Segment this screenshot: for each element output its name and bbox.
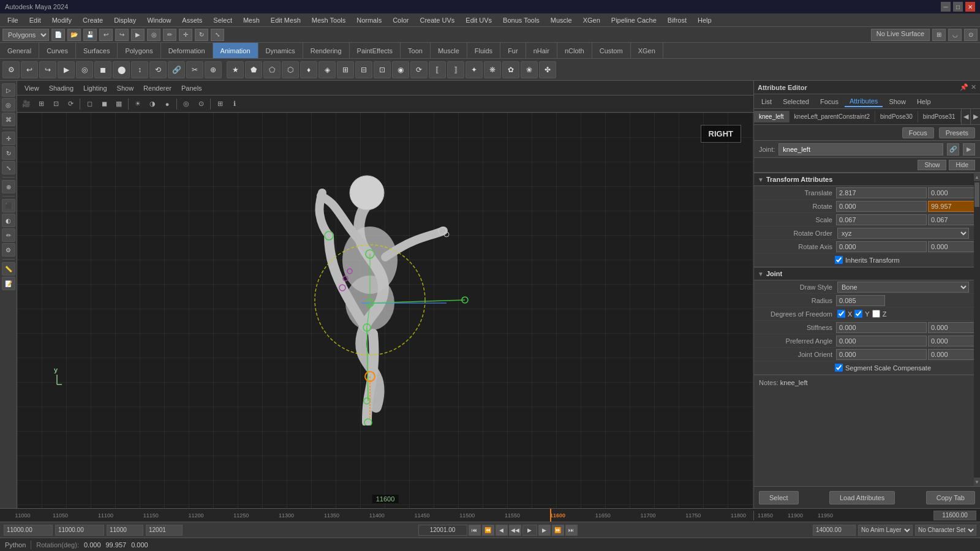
menu-create[interactable]: Create [78, 15, 108, 25]
viewport-canvas[interactable]: RIGHT y [17, 113, 753, 508]
range-end-input[interactable] [421, 527, 464, 533]
stiffness-y[interactable] [928, 322, 974, 333]
dof-y-check[interactable] [854, 310, 862, 318]
vp-show-menu[interactable]: Show [113, 83, 138, 93]
shelf-btn-11[interactable]: ✂ [186, 61, 203, 78]
vp-frame-all[interactable]: ⊡ [49, 97, 62, 111]
shelf-btn-6[interactable]: ◼ [94, 61, 111, 78]
snap-grid[interactable]: ⊞ [932, 29, 946, 41]
shelf-btn-16[interactable]: ⬡ [282, 61, 299, 78]
menu-color[interactable]: Color [388, 15, 413, 25]
move-tool[interactable]: ✛ [2, 132, 15, 145]
scale-btn[interactable]: ⤡ [211, 29, 224, 41]
shelf-btn-7[interactable]: ⬤ [113, 61, 130, 78]
inherits-transform-check[interactable] [835, 256, 843, 264]
shelf-btn-2[interactable]: ↩ [21, 61, 38, 78]
show-manip[interactable]: ⚙ [2, 243, 15, 257]
segment-scale-check[interactable] [835, 364, 843, 372]
shelf-btn-17[interactable]: ♦ [300, 61, 317, 78]
menu-modify[interactable]: Modify [47, 15, 77, 25]
scale-tool[interactable]: ⤡ [2, 161, 15, 174]
tab-dynamics[interactable]: Dynamics [258, 43, 303, 58]
scroll-thumb[interactable] [974, 182, 979, 207]
rotate-order-select[interactable]: xyz yzx zxy [837, 228, 969, 239]
viewport[interactable]: View Shading Lighting Show Renderer Pane… [17, 81, 753, 508]
node-tab-bindpose30[interactable]: bindPose30 [875, 111, 918, 122]
shelf-btn-22[interactable]: ◉ [392, 61, 409, 78]
menu-bonus-tools[interactable]: Bonus Tools [498, 15, 545, 25]
vp-xray[interactable]: ◎ [179, 97, 193, 111]
menu-edit[interactable]: Edit [24, 15, 46, 25]
shelf-btn-30[interactable]: ✤ [539, 61, 556, 78]
vp-view-menu[interactable]: View [21, 83, 43, 93]
shelf-btn-28[interactable]: ✿ [502, 61, 519, 78]
menu-edit-uvs[interactable]: Edit UVs [461, 15, 497, 25]
radius-input[interactable] [836, 295, 885, 306]
shelf-btn-9[interactable]: ⟲ [149, 61, 167, 78]
menu-bifrost[interactable]: Bifrost [663, 15, 692, 25]
maximize-button[interactable]: □ [953, 2, 963, 12]
copy-tab-btn[interactable]: Copy Tab [926, 491, 975, 504]
select-tool[interactable]: ▷ [2, 83, 15, 97]
snap-curve[interactable]: ◡ [948, 29, 962, 41]
shelf-btn-1[interactable]: ⚙ [2, 61, 20, 78]
shelf-btn-24[interactable]: ⟦ [429, 61, 446, 78]
shelf-btn-8[interactable]: ↕ [131, 61, 148, 78]
prev-keyframe[interactable]: ◀ [496, 525, 508, 536]
tab-ncloth[interactable]: nCloth [557, 43, 592, 58]
char-set-select[interactable]: No Character Set [915, 525, 976, 536]
snap-to-poly[interactable]: ⬛ [2, 199, 15, 212]
rotate-axis-x[interactable] [836, 241, 927, 252]
next-keyframe[interactable]: ▶ [538, 525, 551, 536]
menu-window[interactable]: Window [142, 15, 176, 25]
attr-tab-list[interactable]: List [756, 97, 777, 107]
node-tab-knee-left[interactable]: knee_left [754, 111, 790, 122]
presets-btn[interactable]: Presets [939, 127, 975, 138]
menu-normals[interactable]: Normals [352, 15, 386, 25]
measure[interactable]: 📏 [2, 262, 15, 276]
vp-shadows[interactable]: ◑ [146, 97, 159, 111]
tab-custom[interactable]: Custom [592, 43, 631, 58]
soft-mod[interactable]: ◐ [2, 214, 15, 227]
attr-tab-selected[interactable]: Selected [778, 97, 814, 107]
tab-polygons[interactable]: Polygons [118, 43, 160, 58]
vp-camera[interactable]: 🎥 [20, 97, 33, 111]
play-back[interactable]: ◀◀ [509, 525, 521, 536]
tab-rendering[interactable]: Rendering [303, 43, 350, 58]
shelf-btn-13[interactable]: ★ [227, 61, 244, 78]
tab-surfaces[interactable]: Surfaces [76, 43, 118, 58]
go-to-end[interactable]: ⏭ [565, 525, 578, 536]
stiffness-x[interactable] [836, 322, 927, 333]
tab-deformation[interactable]: Deformation [161, 43, 213, 58]
attr-tab-focus[interactable]: Focus [815, 97, 843, 107]
sculpt[interactable]: ✏ [2, 228, 15, 242]
pref-angle-y[interactable] [928, 335, 974, 347]
joint-arrow-btn[interactable]: ▶ [963, 143, 975, 156]
shelf-btn-10[interactable]: 🔗 [168, 61, 185, 78]
snap-point[interactable]: ⊙ [964, 29, 978, 41]
tab-general[interactable]: General [0, 43, 39, 58]
paint-select[interactable]: ◎ [2, 98, 15, 111]
menu-assets[interactable]: Assets [177, 15, 207, 25]
vp-shading-menu[interactable]: Shading [45, 83, 77, 93]
lasso-select[interactable]: ⌘ [2, 113, 15, 126]
shelf-btn-12[interactable]: ⊕ [205, 61, 222, 78]
menu-file[interactable]: File [2, 15, 23, 25]
tab-fluids[interactable]: Fluids [467, 43, 500, 58]
shelf-btn-23[interactable]: ⟳ [410, 61, 428, 78]
current-frame-input[interactable] [933, 511, 976, 520]
open-btn[interactable]: 📂 [67, 29, 81, 41]
go-to-start[interactable]: ⏮ [469, 525, 481, 536]
vp-renderer-menu[interactable]: Renderer [140, 83, 175, 93]
attr-tab-show[interactable]: Show [884, 97, 911, 107]
shelf-btn-25[interactable]: ⟧ [447, 61, 464, 78]
attr-tab-help[interactable]: Help [912, 97, 936, 107]
focus-btn[interactable]: Focus [902, 127, 934, 138]
range-start-input[interactable] [55, 525, 104, 536]
transform-section-header[interactable]: ▼ Transform Attributes [754, 173, 974, 186]
start-frame-input[interactable] [4, 525, 53, 536]
shelf-btn-20[interactable]: ⊟ [355, 61, 372, 78]
annotate[interactable]: 📝 [2, 277, 15, 290]
pref-angle-x[interactable] [836, 335, 927, 347]
current-frame-input2[interactable] [107, 525, 143, 536]
